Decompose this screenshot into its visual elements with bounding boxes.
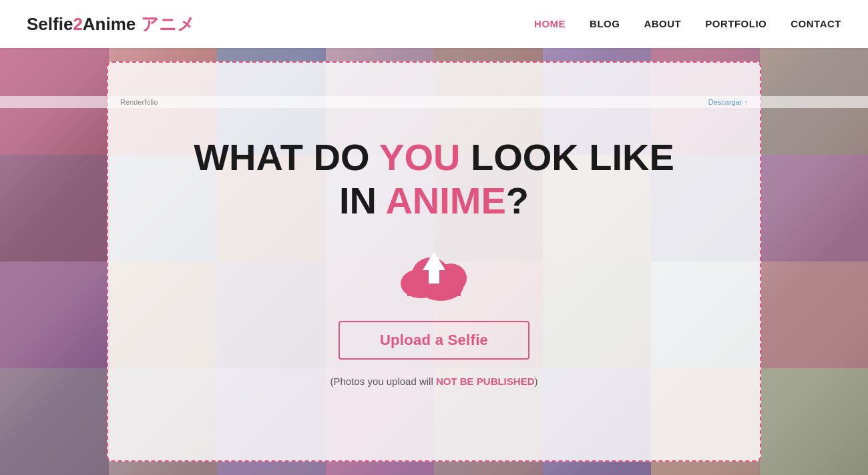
upload-selfie-button[interactable]: Upload a Selfie <box>339 321 529 360</box>
top-strip-right[interactable]: Descargar ↑ <box>708 98 748 106</box>
disclaimer-suffix: ) <box>534 376 537 387</box>
nav-link-portfolio[interactable]: PORTFOLIO <box>705 18 767 29</box>
nav-item-blog[interactable]: BLOG <box>590 18 620 30</box>
disclaimer-highlight: NOT BE PUBLISHED <box>436 376 535 387</box>
nav-item-about[interactable]: ABOUT <box>644 18 681 30</box>
brand-prefix: Selfie <box>27 14 73 34</box>
headline-question: ? <box>506 179 529 221</box>
nav-link-blog[interactable]: BLOG <box>590 18 620 29</box>
headline: WHAT DO YOU LOOK LIKE IN ANIME? <box>194 136 674 222</box>
headline-line2: IN ANIME? <box>194 179 674 222</box>
brand-japanese: アニメ <box>136 14 194 34</box>
headline-line1: WHAT DO YOU LOOK LIKE <box>194 136 674 179</box>
brand-logo[interactable]: Selfie2Anime アニメ <box>27 13 195 36</box>
svg-rect-4 <box>407 282 461 296</box>
nav-item-contact[interactable]: CONTACT <box>791 18 841 30</box>
brand-suffix: Anime <box>83 14 136 34</box>
brand-number: 2 <box>73 14 82 34</box>
headline-in: IN <box>339 179 385 221</box>
navbar: Selfie2Anime アニメ HOME BLOG ABOUT PORTFOL… <box>0 0 868 48</box>
nav-link-about[interactable]: ABOUT <box>644 18 681 29</box>
disclaimer-prefix: (Photos you upload will <box>331 376 436 387</box>
hero-section: Renderfolio Descargar ↑ WHAT DO YOU LOOK… <box>0 48 868 475</box>
nav-item-home[interactable]: HOME <box>534 18 566 30</box>
headline-anime: ANIME <box>385 179 505 221</box>
content-card: WHAT DO YOU LOOK LIKE IN ANIME? Upload a… <box>107 61 761 462</box>
disclaimer-text: (Photos you upload will NOT BE PUBLISHED… <box>331 376 538 387</box>
top-strip-left: Renderfolio <box>120 98 158 106</box>
upload-cloud-icon <box>391 238 477 305</box>
headline-you: YOU <box>379 136 460 178</box>
headline-look-like: LOOK LIKE <box>460 136 674 178</box>
top-strip: Renderfolio Descargar ↑ <box>0 96 868 108</box>
nav-item-portfolio[interactable]: PORTFOLIO <box>705 18 767 30</box>
nav-link-home[interactable]: HOME <box>534 18 566 29</box>
headline-what-do: WHAT DO <box>194 136 379 178</box>
nav-links: HOME BLOG ABOUT PORTFOLIO CONTACT <box>534 18 841 30</box>
nav-link-contact[interactable]: CONTACT <box>791 18 841 29</box>
